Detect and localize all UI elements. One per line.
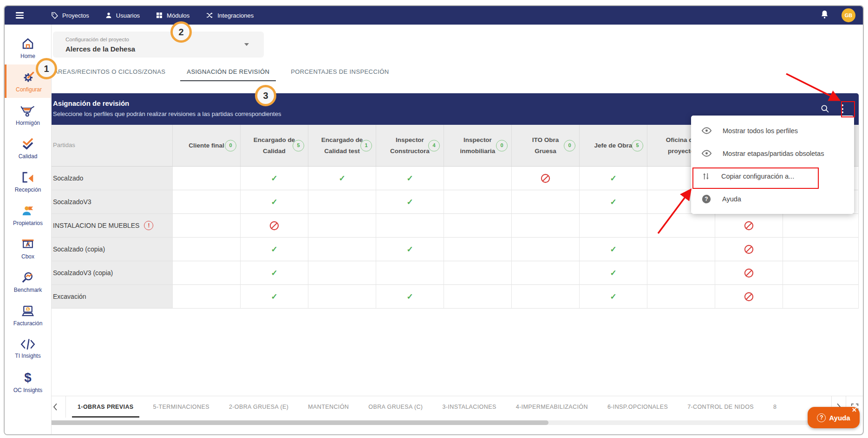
stage-tab-8[interactable]: 8 bbox=[764, 396, 786, 418]
menu-item-ayuda[interactable]: ?Ayuda bbox=[691, 187, 854, 210]
stage-tab-3-instalaciones[interactable]: 3-INSTALACIONES bbox=[432, 396, 506, 418]
help-floating-button[interactable]: ? Ayuda ✕ bbox=[808, 407, 860, 428]
sidebar-item-oc-insights[interactable]: $OC Insights bbox=[5, 365, 51, 399]
search-icon[interactable] bbox=[820, 104, 830, 116]
review-cell[interactable] bbox=[376, 214, 444, 238]
check-icon: ✓ bbox=[271, 292, 277, 302]
review-cell[interactable] bbox=[241, 214, 308, 238]
review-cell[interactable] bbox=[444, 167, 512, 190]
home-icon bbox=[21, 37, 35, 51]
review-cell[interactable]: ✓ bbox=[241, 167, 308, 190]
review-cell[interactable] bbox=[647, 238, 715, 261]
scrollbar-thumb[interactable] bbox=[45, 420, 548, 425]
project-selector[interactable]: Configuración del proyecto Alerces de la… bbox=[53, 32, 264, 58]
review-cell[interactable] bbox=[512, 285, 580, 309]
review-cell[interactable] bbox=[173, 190, 241, 214]
nav-item-usuarios[interactable]: Usuarios bbox=[105, 12, 140, 19]
review-cell[interactable] bbox=[647, 214, 715, 238]
kebab-menu-icon[interactable] bbox=[840, 103, 845, 114]
review-cell[interactable] bbox=[715, 285, 783, 309]
review-cell[interactable] bbox=[512, 261, 580, 285]
tab-porcentajes-de-inspección[interactable]: PORCENTAJES DE INSPECCIÓN bbox=[289, 64, 391, 79]
stage-tab-mantención[interactable]: MANTENCIÓN bbox=[298, 396, 359, 418]
review-cell[interactable] bbox=[444, 214, 512, 238]
review-cell[interactable] bbox=[647, 261, 715, 285]
review-cell[interactable]: ✓ bbox=[241, 238, 308, 261]
nav-item-integraciones[interactable]: Integraciones bbox=[205, 12, 254, 19]
horizontal-scrollbar[interactable] bbox=[45, 420, 826, 425]
sidebar-item-recepción[interactable]: Recepción bbox=[5, 165, 51, 198]
avatar[interactable]: GB bbox=[842, 8, 855, 22]
sidebar-item-facturación[interactable]: $Facturación bbox=[5, 298, 51, 332]
stage-tab-1-obras-previas[interactable]: 1-OBRAS PREVIAS bbox=[68, 396, 144, 418]
stage-tab-7-control-de-nidos[interactable]: 7-CONTROL DE NIDOS bbox=[678, 396, 764, 418]
review-cell[interactable] bbox=[173, 238, 241, 261]
nav-item-módulos[interactable]: Módulos bbox=[156, 12, 189, 19]
stage-tab-4-impermeabilización[interactable]: 4-IMPERMEABILIZACIÓN bbox=[506, 396, 598, 418]
hamburger-menu-icon[interactable] bbox=[16, 12, 24, 19]
review-cell[interactable]: ✓ bbox=[580, 261, 647, 285]
sidebar-item-calidad[interactable]: Calidad bbox=[5, 131, 51, 165]
review-cell[interactable] bbox=[783, 261, 859, 285]
review-cell[interactable]: ✓ bbox=[580, 285, 647, 309]
review-cell[interactable]: ✓ bbox=[241, 261, 308, 285]
review-cell[interactable] bbox=[444, 190, 512, 214]
stage-tab-obra-gruesa-c[interactable]: OBRA GRUESA (C) bbox=[359, 396, 432, 418]
review-cell[interactable]: ✓ bbox=[376, 238, 444, 261]
review-cell[interactable] bbox=[308, 238, 376, 261]
review-cell[interactable] bbox=[715, 238, 783, 261]
review-cell[interactable] bbox=[308, 190, 376, 214]
review-cell[interactable] bbox=[512, 190, 580, 214]
review-cell[interactable] bbox=[173, 261, 241, 285]
review-cell[interactable] bbox=[715, 261, 783, 285]
review-cell[interactable] bbox=[783, 214, 859, 238]
sidebar-item-ti-insights[interactable]: TI Insights bbox=[5, 332, 51, 365]
review-cell[interactable]: ✓ bbox=[580, 238, 647, 261]
sidebar-item-benchmark[interactable]: Benchmark bbox=[5, 265, 51, 298]
stage-tab-5-terminaciones[interactable]: 5-TERMINACIONES bbox=[144, 396, 219, 418]
tab-asignación-de-revisión[interactable]: ASIGNACIÓN DE REVISIÓN bbox=[185, 64, 271, 79]
menu-item-copiar-configuración-a[interactable]: Copiar configuración a... bbox=[691, 165, 854, 187]
notifications-bell-icon[interactable] bbox=[820, 9, 829, 21]
review-cell[interactable] bbox=[173, 285, 241, 309]
review-cell[interactable]: ✓ bbox=[376, 190, 444, 214]
row-label: Socalzado (copia) bbox=[45, 238, 173, 261]
stage-tab-2-obra-gruesa-e[interactable]: 2-OBRA GRUESA (E) bbox=[219, 396, 298, 418]
review-cell[interactable]: ✓ bbox=[376, 285, 444, 309]
review-cell[interactable] bbox=[444, 238, 512, 261]
review-cell[interactable] bbox=[173, 167, 241, 190]
review-cell[interactable] bbox=[783, 285, 859, 309]
review-cell[interactable] bbox=[444, 285, 512, 309]
review-cell[interactable] bbox=[512, 167, 580, 190]
review-cell[interactable]: ✓ bbox=[580, 167, 647, 190]
sidebar-item-propietarios[interactable]: Propietarios bbox=[5, 198, 51, 232]
review-cell[interactable] bbox=[580, 214, 647, 238]
check-icon: ✓ bbox=[406, 292, 413, 302]
review-cell[interactable] bbox=[444, 261, 512, 285]
tab-áreas-recintos-o-ciclos-zonas[interactable]: ÁREAS/RECINTOS O CICLOS/ZONAS bbox=[52, 64, 167, 79]
review-cell[interactable]: ✓ bbox=[241, 285, 308, 309]
review-cell[interactable] bbox=[308, 214, 376, 238]
stage-tab-6-insp-opcionales[interactable]: 6-INSP.OPCIONALES bbox=[598, 396, 678, 418]
review-cell[interactable]: ✓ bbox=[241, 190, 308, 214]
review-cell[interactable] bbox=[308, 285, 376, 309]
review-cell[interactable] bbox=[308, 261, 376, 285]
review-cell[interactable]: ✓ bbox=[308, 167, 376, 190]
review-cell[interactable] bbox=[715, 214, 783, 238]
close-icon[interactable]: ✕ bbox=[852, 407, 857, 413]
review-cell[interactable] bbox=[512, 214, 580, 238]
review-cell[interactable] bbox=[783, 238, 859, 261]
sidebar-item-cbox[interactable]: Cbox bbox=[5, 232, 51, 265]
sidebar-item-hormigón[interactable]: Hormigón bbox=[5, 98, 51, 131]
review-cell[interactable] bbox=[512, 238, 580, 261]
review-cell[interactable] bbox=[173, 214, 241, 238]
review-cell[interactable] bbox=[647, 285, 715, 309]
review-cell[interactable]: ✓ bbox=[580, 190, 647, 214]
swap-vertical-icon bbox=[701, 171, 711, 181]
menu-item-mostrar-etapas-partidas-obsoletas[interactable]: Mostrar etapas/partidas obsoletas bbox=[691, 142, 854, 165]
review-cell[interactable] bbox=[376, 261, 444, 285]
column-header-inspector-inmobiliaria: Inspector inmobiliaria0 bbox=[444, 125, 512, 166]
menu-item-mostrar-todos-los-perfiles[interactable]: Mostrar todos los perfiles bbox=[691, 119, 854, 142]
review-cell[interactable]: ✓ bbox=[376, 167, 444, 190]
nav-item-proyectos[interactable]: Proyectos bbox=[51, 12, 89, 19]
